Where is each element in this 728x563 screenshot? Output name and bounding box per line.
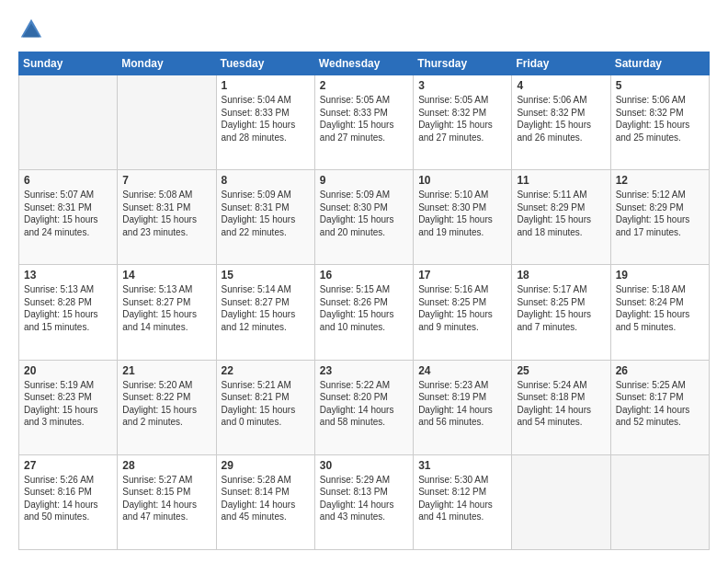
calendar-cell: 25Sunrise: 5:24 AM Sunset: 8:18 PM Dayli… xyxy=(512,360,610,454)
cell-info: Sunrise: 5:06 AM Sunset: 8:32 PM Dayligh… xyxy=(616,94,704,144)
day-number: 15 xyxy=(222,269,310,282)
weekday-header: Sunday xyxy=(19,52,118,75)
calendar-cell: 9Sunrise: 5:09 AM Sunset: 8:30 PM Daylig… xyxy=(314,170,413,265)
cell-info: Sunrise: 5:08 AM Sunset: 8:31 PM Dayligh… xyxy=(122,189,210,238)
calendar-cell xyxy=(512,454,610,549)
calendar-week-row: 6Sunrise: 5:07 AM Sunset: 8:31 PM Daylig… xyxy=(19,170,710,265)
weekday-header: Wednesday xyxy=(314,52,413,75)
calendar-week-row: 27Sunrise: 5:26 AM Sunset: 8:16 PM Dayli… xyxy=(19,454,710,549)
calendar-cell: 15Sunrise: 5:14 AM Sunset: 8:27 PM Dayli… xyxy=(216,265,314,360)
calendar-cell: 11Sunrise: 5:11 AM Sunset: 8:29 PM Dayli… xyxy=(512,170,610,265)
calendar-cell: 10Sunrise: 5:10 AM Sunset: 8:30 PM Dayli… xyxy=(414,170,512,265)
day-number: 31 xyxy=(418,459,506,472)
day-number: 20 xyxy=(24,364,112,377)
day-number: 9 xyxy=(320,174,408,187)
calendar-week-row: 13Sunrise: 5:13 AM Sunset: 8:28 PM Dayli… xyxy=(19,265,710,360)
calendar-cell: 14Sunrise: 5:13 AM Sunset: 8:27 PM Dayli… xyxy=(118,265,216,360)
weekday-header: Tuesday xyxy=(216,52,314,75)
calendar-cell: 1Sunrise: 5:04 AM Sunset: 8:33 PM Daylig… xyxy=(216,75,314,170)
cell-info: Sunrise: 5:25 AM Sunset: 8:17 PM Dayligh… xyxy=(616,379,704,429)
calendar-cell: 23Sunrise: 5:22 AM Sunset: 8:20 PM Dayli… xyxy=(314,360,413,454)
day-number: 16 xyxy=(320,269,408,282)
day-number: 27 xyxy=(24,459,112,472)
day-number: 13 xyxy=(24,269,112,282)
day-number: 2 xyxy=(320,79,408,92)
calendar-cell: 2Sunrise: 5:05 AM Sunset: 8:33 PM Daylig… xyxy=(314,75,413,170)
cell-info: Sunrise: 5:04 AM Sunset: 8:33 PM Dayligh… xyxy=(222,94,310,144)
cell-info: Sunrise: 5:13 AM Sunset: 8:27 PM Dayligh… xyxy=(122,283,210,333)
calendar-cell: 21Sunrise: 5:20 AM Sunset: 8:22 PM Dayli… xyxy=(118,360,216,454)
header xyxy=(18,17,710,42)
day-number: 17 xyxy=(418,269,506,282)
cell-info: Sunrise: 5:15 AM Sunset: 8:26 PM Dayligh… xyxy=(320,283,408,333)
cell-info: Sunrise: 5:26 AM Sunset: 8:16 PM Dayligh… xyxy=(24,474,112,523)
calendar-cell: 29Sunrise: 5:28 AM Sunset: 8:14 PM Dayli… xyxy=(216,454,314,549)
cell-info: Sunrise: 5:10 AM Sunset: 8:30 PM Dayligh… xyxy=(418,189,506,238)
cell-info: Sunrise: 5:05 AM Sunset: 8:32 PM Dayligh… xyxy=(418,94,506,144)
day-number: 23 xyxy=(320,364,408,377)
day-number: 4 xyxy=(517,79,605,92)
weekday-header: Friday xyxy=(512,52,610,75)
calendar-cell: 8Sunrise: 5:09 AM Sunset: 8:31 PM Daylig… xyxy=(216,170,314,265)
calendar-cell: 20Sunrise: 5:19 AM Sunset: 8:23 PM Dayli… xyxy=(19,360,118,454)
weekday-header: Saturday xyxy=(610,52,709,75)
day-number: 7 xyxy=(122,174,210,187)
cell-info: Sunrise: 5:05 AM Sunset: 8:33 PM Dayligh… xyxy=(320,94,408,144)
day-number: 30 xyxy=(320,459,408,472)
day-number: 11 xyxy=(517,174,605,187)
day-number: 25 xyxy=(517,364,605,377)
day-number: 3 xyxy=(418,79,506,92)
logo xyxy=(18,17,50,42)
calendar-cell: 28Sunrise: 5:27 AM Sunset: 8:15 PM Dayli… xyxy=(118,454,216,549)
cell-info: Sunrise: 5:19 AM Sunset: 8:23 PM Dayligh… xyxy=(24,379,112,429)
day-number: 29 xyxy=(222,459,310,472)
calendar-cell: 19Sunrise: 5:18 AM Sunset: 8:24 PM Dayli… xyxy=(610,265,709,360)
calendar-cell: 31Sunrise: 5:30 AM Sunset: 8:12 PM Dayli… xyxy=(414,454,512,549)
logo-icon xyxy=(18,17,44,42)
cell-info: Sunrise: 5:27 AM Sunset: 8:15 PM Dayligh… xyxy=(122,474,210,523)
calendar-table: SundayMondayTuesdayWednesdayThursdayFrid… xyxy=(18,52,710,550)
cell-info: Sunrise: 5:21 AM Sunset: 8:21 PM Dayligh… xyxy=(222,379,310,429)
calendar-cell: 18Sunrise: 5:17 AM Sunset: 8:25 PM Dayli… xyxy=(512,265,610,360)
cell-info: Sunrise: 5:22 AM Sunset: 8:20 PM Dayligh… xyxy=(320,379,408,429)
day-number: 19 xyxy=(616,269,704,282)
cell-info: Sunrise: 5:20 AM Sunset: 8:22 PM Dayligh… xyxy=(122,379,210,429)
cell-info: Sunrise: 5:23 AM Sunset: 8:19 PM Dayligh… xyxy=(418,379,506,429)
weekday-header: Monday xyxy=(118,52,216,75)
calendar-header-row: SundayMondayTuesdayWednesdayThursdayFrid… xyxy=(19,52,710,75)
calendar-week-row: 20Sunrise: 5:19 AM Sunset: 8:23 PM Dayli… xyxy=(19,360,710,454)
calendar-cell: 4Sunrise: 5:06 AM Sunset: 8:32 PM Daylig… xyxy=(512,75,610,170)
cell-info: Sunrise: 5:09 AM Sunset: 8:30 PM Dayligh… xyxy=(320,189,408,238)
calendar-cell: 16Sunrise: 5:15 AM Sunset: 8:26 PM Dayli… xyxy=(314,265,413,360)
calendar-cell: 13Sunrise: 5:13 AM Sunset: 8:28 PM Dayli… xyxy=(19,265,118,360)
calendar-cell: 6Sunrise: 5:07 AM Sunset: 8:31 PM Daylig… xyxy=(19,170,118,265)
cell-info: Sunrise: 5:29 AM Sunset: 8:13 PM Dayligh… xyxy=(320,474,408,523)
day-number: 14 xyxy=(122,269,210,282)
calendar-cell: 26Sunrise: 5:25 AM Sunset: 8:17 PM Dayli… xyxy=(610,360,709,454)
calendar-cell xyxy=(118,75,216,170)
cell-info: Sunrise: 5:07 AM Sunset: 8:31 PM Dayligh… xyxy=(24,189,112,238)
cell-info: Sunrise: 5:09 AM Sunset: 8:31 PM Dayligh… xyxy=(222,189,310,238)
day-number: 5 xyxy=(616,79,704,92)
day-number: 24 xyxy=(418,364,506,377)
cell-info: Sunrise: 5:11 AM Sunset: 8:29 PM Dayligh… xyxy=(517,189,605,238)
calendar-week-row: 1Sunrise: 5:04 AM Sunset: 8:33 PM Daylig… xyxy=(19,75,710,170)
day-number: 1 xyxy=(222,79,310,92)
day-number: 28 xyxy=(122,459,210,472)
cell-info: Sunrise: 5:24 AM Sunset: 8:18 PM Dayligh… xyxy=(517,379,605,429)
cell-info: Sunrise: 5:13 AM Sunset: 8:28 PM Dayligh… xyxy=(24,283,112,333)
calendar-cell: 12Sunrise: 5:12 AM Sunset: 8:29 PM Dayli… xyxy=(610,170,709,265)
calendar-cell: 17Sunrise: 5:16 AM Sunset: 8:25 PM Dayli… xyxy=(414,265,512,360)
calendar-cell: 27Sunrise: 5:26 AM Sunset: 8:16 PM Dayli… xyxy=(19,454,118,549)
day-number: 12 xyxy=(616,174,704,187)
cell-info: Sunrise: 5:06 AM Sunset: 8:32 PM Dayligh… xyxy=(517,94,605,144)
calendar-cell xyxy=(610,454,709,549)
day-number: 8 xyxy=(222,174,310,187)
day-number: 18 xyxy=(517,269,605,282)
cell-info: Sunrise: 5:12 AM Sunset: 8:29 PM Dayligh… xyxy=(616,189,704,238)
calendar-cell: 5Sunrise: 5:06 AM Sunset: 8:32 PM Daylig… xyxy=(610,75,709,170)
cell-info: Sunrise: 5:18 AM Sunset: 8:24 PM Dayligh… xyxy=(616,283,704,333)
day-number: 6 xyxy=(24,174,112,187)
cell-info: Sunrise: 5:28 AM Sunset: 8:14 PM Dayligh… xyxy=(222,474,310,523)
calendar-cell: 22Sunrise: 5:21 AM Sunset: 8:21 PM Dayli… xyxy=(216,360,314,454)
